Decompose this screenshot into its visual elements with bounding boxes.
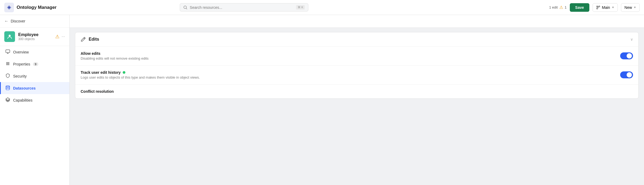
properties-badge: 9: [33, 62, 38, 66]
main-top-bar: [70, 15, 644, 28]
sidebar-item-security[interactable]: Security: [0, 70, 69, 82]
sidebar: ← Discover Employee 300 objects ⚠ ···: [0, 15, 70, 185]
conflict-resolution-row: Conflict resolution: [75, 84, 638, 98]
allow-edits-title: Allow edits: [81, 51, 620, 56]
svg-point-2: [597, 6, 598, 7]
track-history-row: Track user edit history Logs user edits …: [75, 65, 638, 84]
allow-edits-row: Allow edits Disabling edits will not rem…: [75, 47, 638, 65]
svg-line-13: [84, 38, 85, 39]
sidebar-item-capabilities[interactable]: Capabilities: [0, 94, 69, 106]
edits-section-header: Edits ∨: [75, 32, 638, 47]
edit-count-label: 1 edit: [549, 5, 558, 9]
warning-count: 1: [565, 5, 567, 9]
edit-count: 1 edit ⚠ 1: [549, 5, 567, 10]
track-history-toggle[interactable]: [620, 71, 633, 78]
app-header: Ontology Manager ⌘ K 1 edit ⚠ 1 Save Mai…: [0, 0, 644, 15]
sidebar-item-security-label: Security: [13, 74, 27, 78]
edits-section: Edits ∨ Allow edits Disabling edits will…: [75, 32, 639, 99]
search-bar[interactable]: ⌘ K: [180, 3, 308, 11]
entity-count: 300 objects: [18, 37, 52, 41]
database-icon: [5, 85, 10, 91]
discover-nav-item[interactable]: ← Discover: [0, 15, 69, 28]
main-layout: ← Discover Employee 300 objects ⚠ ···: [0, 15, 644, 185]
sidebar-item-datasources[interactable]: Datasources: [0, 82, 69, 94]
branch-button[interactable]: Main ▼: [593, 3, 618, 12]
branch-chevron-icon: ▼: [612, 6, 614, 9]
sidebar-item-properties-label: Properties: [13, 62, 30, 66]
save-button[interactable]: Save: [570, 3, 589, 12]
monitor-icon: [5, 49, 10, 55]
new-label: New: [624, 5, 632, 10]
sidebar-item-datasources-label: Datasources: [13, 86, 36, 90]
sidebar-item-overview[interactable]: Overview: [0, 46, 69, 58]
new-button[interactable]: New ▼: [621, 3, 640, 12]
layers-icon: [5, 97, 10, 103]
shield-icon: [5, 73, 10, 79]
app-title: Ontology Manager: [17, 5, 57, 10]
entity-warning-icon: ⚠: [55, 34, 59, 40]
sidebar-item-properties[interactable]: Properties 9: [0, 58, 69, 70]
logo-area: Ontology Manager: [4, 3, 58, 12]
entity-header: Employee 300 objects ⚠ ···: [0, 28, 69, 46]
edits-icon: [81, 37, 86, 42]
svg-point-4: [599, 6, 600, 7]
sidebar-item-overview-label: Overview: [13, 50, 29, 54]
header-right: 1 edit ⚠ 1 Save Main ▼ New ▼: [549, 3, 640, 12]
track-history-info: Track user edit history Logs user edits …: [81, 70, 620, 79]
svg-point-3: [597, 8, 598, 9]
warning-icon: ⚠: [559, 5, 563, 10]
discover-label: Discover: [11, 19, 25, 23]
allow-edits-info: Allow edits Disabling edits will not rem…: [81, 51, 620, 60]
main-content: Edits ∨ Allow edits Disabling edits will…: [70, 15, 644, 185]
edits-section-title: Edits: [89, 37, 99, 42]
list-icon: [5, 61, 10, 67]
track-history-dot: [123, 71, 125, 74]
person-icon: [7, 34, 13, 40]
allow-edits-desc: Disabling edits will not remove existing…: [81, 56, 620, 60]
new-chevron-icon: ▼: [634, 6, 636, 9]
entity-avatar: [4, 31, 15, 42]
svg-point-11: [6, 86, 10, 87]
svg-point-5: [9, 35, 10, 37]
back-arrow-icon: ←: [4, 19, 9, 24]
branch-icon: [596, 5, 600, 10]
app-logo-icon: [4, 3, 14, 12]
entity-name: Employee: [18, 32, 52, 37]
branch-label: Main: [602, 5, 610, 10]
entity-actions: ⚠ ···: [55, 34, 65, 40]
search-shortcut: ⌘ K: [296, 5, 305, 10]
search-icon: [183, 5, 188, 10]
track-history-title: Track user edit history: [81, 70, 620, 75]
entity-info: Employee 300 objects: [18, 32, 52, 41]
allow-edits-toggle[interactable]: [620, 52, 633, 59]
svg-rect-6: [6, 50, 10, 53]
edits-section-title-area: Edits: [81, 37, 99, 42]
sidebar-nav: Overview Properties 9: [0, 46, 69, 185]
sidebar-item-capabilities-label: Capabilities: [13, 98, 32, 102]
search-input[interactable]: [190, 5, 294, 10]
edits-collapse-icon[interactable]: ∨: [630, 37, 633, 41]
track-history-desc: Logs user edits to objects of this type …: [81, 75, 620, 79]
main-inner: Edits ∨ Allow edits Disabling edits will…: [70, 15, 644, 109]
conflict-resolution-title: Conflict resolution: [81, 89, 633, 94]
entity-more-icon[interactable]: ···: [62, 34, 65, 39]
